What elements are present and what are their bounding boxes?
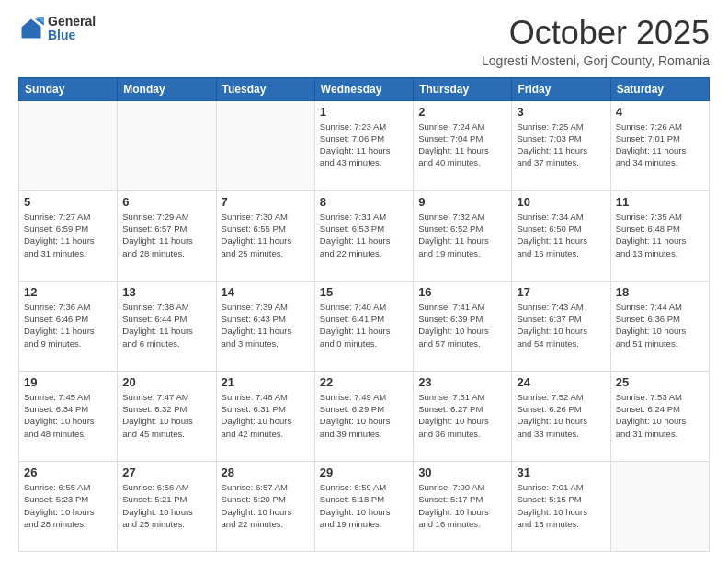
day-cell-3-6: 25Sunrise: 7:53 AMSunset: 6:24 PMDayligh… [610, 371, 709, 461]
week-row-1: 1Sunrise: 7:23 AMSunset: 7:06 PMDaylight… [19, 100, 710, 190]
day-info: Sunrise: 7:32 AMSunset: 6:52 PMDaylight:… [418, 211, 506, 259]
calendar-table: Sunday Monday Tuesday Wednesday Thursday… [18, 77, 710, 552]
day-number: 24 [517, 375, 605, 389]
day-number: 31 [517, 465, 605, 479]
day-info: Sunrise: 7:30 AMSunset: 6:55 PMDaylight:… [222, 211, 310, 259]
col-saturday: Saturday [610, 77, 709, 100]
day-info: Sunrise: 7:40 AMSunset: 6:41 PMDaylight:… [320, 301, 408, 350]
day-cell-1-4: 9Sunrise: 7:32 AMSunset: 6:52 PMDaylight… [414, 190, 512, 281]
day-info: Sunrise: 7:24 AMSunset: 7:04 PMDaylight:… [418, 121, 506, 169]
day-info: Sunrise: 7:35 AMSunset: 6:48 PMDaylight:… [616, 211, 704, 259]
day-cell-3-2: 21Sunrise: 7:48 AMSunset: 6:31 PMDayligh… [216, 371, 314, 461]
day-cell-2-5: 17Sunrise: 7:43 AMSunset: 6:37 PMDayligh… [512, 281, 610, 371]
day-number: 4 [616, 105, 704, 119]
day-info: Sunrise: 7:00 AMSunset: 5:17 PMDaylight:… [418, 481, 506, 530]
day-cell-2-6: 18Sunrise: 7:44 AMSunset: 6:36 PMDayligh… [610, 281, 709, 371]
location: Logresti Mosteni, Gorj County, Romania [482, 53, 710, 68]
day-number: 19 [24, 375, 112, 389]
calendar-body: 1Sunrise: 7:23 AMSunset: 7:06 PMDaylight… [19, 100, 710, 551]
day-number: 26 [24, 465, 112, 479]
header: General Blue October 2025 Logresti Moste… [18, 15, 710, 68]
svg-marker-0 [22, 19, 41, 39]
day-number: 1 [320, 105, 408, 119]
day-cell-3-5: 24Sunrise: 7:52 AMSunset: 6:26 PMDayligh… [512, 371, 610, 461]
day-cell-0-2 [216, 100, 314, 190]
day-cell-0-4: 2Sunrise: 7:24 AMSunset: 7:04 PMDaylight… [414, 100, 512, 190]
day-cell-3-1: 20Sunrise: 7:47 AMSunset: 6:32 PMDayligh… [118, 371, 216, 461]
logo-icon [18, 16, 44, 41]
day-number: 22 [320, 375, 408, 389]
day-number: 17 [517, 285, 605, 299]
day-cell-2-2: 14Sunrise: 7:39 AMSunset: 6:43 PMDayligh… [216, 281, 314, 371]
day-info: Sunrise: 7:25 AMSunset: 7:03 PMDaylight:… [517, 121, 605, 169]
day-info: Sunrise: 6:59 AMSunset: 5:18 PMDaylight:… [320, 481, 408, 530]
day-info: Sunrise: 7:53 AMSunset: 6:24 PMDaylight:… [616, 391, 704, 440]
day-number: 29 [320, 465, 408, 479]
day-info: Sunrise: 7:31 AMSunset: 6:53 PMDaylight:… [320, 211, 408, 259]
day-number: 6 [122, 195, 210, 209]
day-info: Sunrise: 7:34 AMSunset: 6:50 PMDaylight:… [517, 211, 605, 259]
day-number: 7 [222, 195, 310, 209]
col-thursday: Thursday [414, 77, 512, 100]
day-info: Sunrise: 6:57 AMSunset: 5:20 PMDaylight:… [222, 481, 310, 530]
day-info: Sunrise: 7:47 AMSunset: 6:32 PMDaylight:… [122, 391, 210, 440]
col-friday: Friday [512, 77, 610, 100]
day-cell-4-2: 28Sunrise: 6:57 AMSunset: 5:20 PMDayligh… [216, 461, 314, 551]
day-number: 30 [418, 465, 506, 479]
day-info: Sunrise: 7:41 AMSunset: 6:39 PMDaylight:… [418, 301, 506, 350]
week-row-4: 19Sunrise: 7:45 AMSunset: 6:34 PMDayligh… [19, 371, 710, 461]
day-cell-1-3: 8Sunrise: 7:31 AMSunset: 6:53 PMDaylight… [314, 190, 413, 281]
day-cell-4-3: 29Sunrise: 6:59 AMSunset: 5:18 PMDayligh… [314, 461, 413, 551]
day-cell-1-1: 6Sunrise: 7:29 AMSunset: 6:57 PMDaylight… [118, 190, 216, 281]
day-number: 16 [418, 285, 506, 299]
day-number: 18 [616, 285, 704, 299]
week-row-3: 12Sunrise: 7:36 AMSunset: 6:46 PMDayligh… [19, 281, 710, 371]
day-number: 23 [418, 375, 506, 389]
day-cell-0-5: 3Sunrise: 7:25 AMSunset: 7:03 PMDaylight… [512, 100, 610, 190]
day-cell-1-5: 10Sunrise: 7:34 AMSunset: 6:50 PMDayligh… [512, 190, 610, 281]
day-info: Sunrise: 7:01 AMSunset: 5:15 PMDaylight:… [517, 481, 605, 530]
day-cell-0-1 [118, 100, 216, 190]
day-info: Sunrise: 7:49 AMSunset: 6:29 PMDaylight:… [320, 391, 408, 440]
day-cell-1-2: 7Sunrise: 7:30 AMSunset: 6:55 PMDaylight… [216, 190, 314, 281]
day-number: 13 [122, 285, 210, 299]
day-info: Sunrise: 7:36 AMSunset: 6:46 PMDaylight:… [24, 301, 112, 350]
day-cell-1-6: 11Sunrise: 7:35 AMSunset: 6:48 PMDayligh… [610, 190, 709, 281]
col-tuesday: Tuesday [216, 77, 314, 100]
day-cell-3-4: 23Sunrise: 7:51 AMSunset: 6:27 PMDayligh… [414, 371, 512, 461]
day-info: Sunrise: 6:56 AMSunset: 5:21 PMDaylight:… [122, 481, 210, 530]
col-sunday: Sunday [19, 77, 118, 100]
day-info: Sunrise: 7:23 AMSunset: 7:06 PMDaylight:… [320, 121, 408, 169]
day-info: Sunrise: 6:55 AMSunset: 5:23 PMDaylight:… [24, 481, 112, 530]
day-cell-1-0: 5Sunrise: 7:27 AMSunset: 6:59 PMDaylight… [19, 190, 118, 281]
day-number: 25 [616, 375, 704, 389]
day-cell-3-0: 19Sunrise: 7:45 AMSunset: 6:34 PMDayligh… [19, 371, 118, 461]
day-number: 20 [122, 375, 210, 389]
day-info: Sunrise: 7:52 AMSunset: 6:26 PMDaylight:… [517, 391, 605, 440]
day-info: Sunrise: 7:29 AMSunset: 6:57 PMDaylight:… [122, 211, 210, 259]
day-info: Sunrise: 7:27 AMSunset: 6:59 PMDaylight:… [24, 211, 112, 259]
page: General Blue October 2025 Logresti Moste… [0, 0, 728, 563]
day-info: Sunrise: 7:51 AMSunset: 6:27 PMDaylight:… [418, 391, 506, 440]
day-number: 14 [222, 285, 310, 299]
day-cell-2-0: 12Sunrise: 7:36 AMSunset: 6:46 PMDayligh… [19, 281, 118, 371]
logo-general-text: General [48, 15, 96, 29]
day-info: Sunrise: 7:39 AMSunset: 6:43 PMDaylight:… [222, 301, 310, 350]
logo: General Blue [18, 15, 96, 43]
day-cell-4-6 [610, 461, 709, 551]
day-cell-4-1: 27Sunrise: 6:56 AMSunset: 5:21 PMDayligh… [118, 461, 216, 551]
day-cell-0-6: 4Sunrise: 7:26 AMSunset: 7:01 PMDaylight… [610, 100, 709, 190]
col-monday: Monday [118, 77, 216, 100]
col-wednesday: Wednesday [314, 77, 413, 100]
calendar-header-row: Sunday Monday Tuesday Wednesday Thursday… [19, 77, 710, 100]
logo-text: General Blue [48, 15, 96, 43]
day-cell-0-0 [19, 100, 118, 190]
week-row-2: 5Sunrise: 7:27 AMSunset: 6:59 PMDaylight… [19, 190, 710, 281]
day-number: 12 [24, 285, 112, 299]
day-number: 9 [418, 195, 506, 209]
day-number: 10 [517, 195, 605, 209]
day-number: 11 [616, 195, 704, 209]
day-number: 21 [222, 375, 310, 389]
logo-blue-text: Blue [48, 29, 96, 42]
day-number: 3 [517, 105, 605, 119]
